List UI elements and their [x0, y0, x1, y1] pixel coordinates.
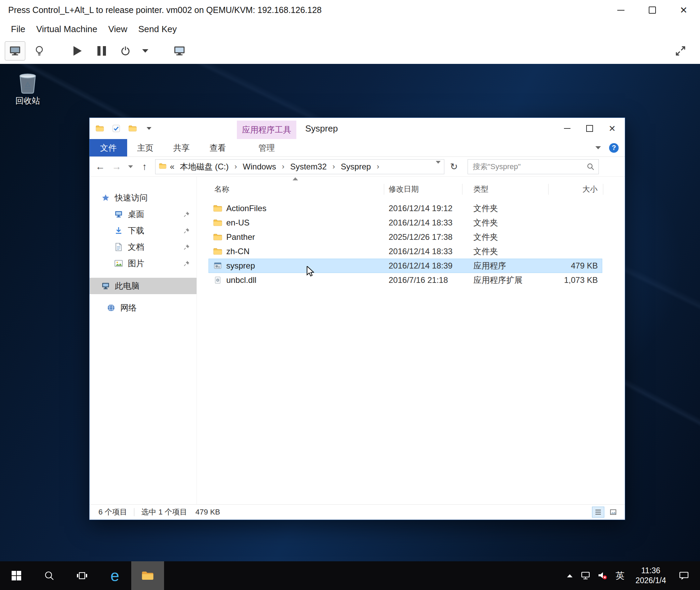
sidebar-item-label: 图片 — [128, 258, 144, 269]
tab-share[interactable]: 共享 — [163, 139, 200, 156]
breadcrumb-separator-icon[interactable]: › — [279, 162, 287, 171]
search-box — [468, 159, 599, 174]
menu-send-key[interactable]: Send Key — [133, 24, 183, 35]
pin-icon — [184, 228, 190, 234]
show-details-button[interactable] — [29, 42, 49, 60]
virtual-display-button[interactable] — [170, 42, 189, 60]
help-button[interactable] — [609, 143, 619, 153]
volume-tray-button[interactable] — [594, 561, 611, 590]
file-date: 2016/12/14 18:39 — [384, 261, 462, 271]
breadcrumb-separator-icon[interactable]: › — [374, 162, 382, 171]
tab-manage[interactable]: 管理 — [237, 139, 296, 156]
table-row-selected[interactable]: sysprep 2016/12/14 18:39 应用程序 479 KB — [197, 259, 625, 273]
run-button[interactable] — [68, 42, 88, 60]
breadcrumb-separator-icon[interactable]: › — [329, 162, 338, 171]
details-view-button[interactable] — [592, 507, 604, 518]
explorer-minimize-button[interactable] — [556, 118, 578, 139]
table-row[interactable]: unbcl.dll 2016/7/16 21:18 应用程序扩展 1,073 K… — [197, 273, 625, 287]
back-button[interactable] — [93, 160, 107, 174]
menu-virtual-machine[interactable]: Virtual Machine — [31, 24, 103, 35]
explorer-maximize-button[interactable] — [578, 118, 601, 139]
up-button[interactable] — [137, 160, 152, 174]
table-row[interactable]: en-US 2016/12/14 18:33 文件夹 — [197, 216, 625, 230]
folder-icon — [213, 247, 222, 256]
start-button[interactable] — [0, 561, 33, 590]
maximize-button[interactable] — [646, 4, 658, 16]
tab-view[interactable]: 查看 — [200, 139, 236, 156]
breadcrumb-overflow[interactable]: « — [167, 162, 177, 171]
tab-home[interactable]: 主页 — [127, 139, 163, 156]
qat-new-folder-button[interactable] — [128, 124, 137, 133]
sidebar-item-downloads[interactable]: 下载 — [90, 222, 197, 239]
breadcrumb-drive[interactable]: 本地磁盘 (C:) — [178, 161, 231, 172]
recycle-bin[interactable]: 回收站 — [9, 71, 46, 106]
folder-icon — [213, 204, 222, 212]
file-date: 2016/12/14 18:33 — [384, 218, 462, 228]
table-row[interactable]: ActionFiles 2016/12/14 19:12 文件夹 — [197, 201, 625, 216]
sidebar-item-documents[interactable]: 文档 — [90, 239, 197, 255]
breadcrumb-separator-icon[interactable]: › — [231, 162, 240, 171]
ie-icon: e — [110, 568, 119, 584]
column-header-size[interactable]: 大小 — [549, 184, 603, 195]
file-explorer-button[interactable] — [131, 561, 164, 590]
file-size: 479 KB — [549, 261, 603, 271]
address-bar[interactable]: « 本地磁盘 (C:) › Windows › System32 › Syspr… — [155, 159, 444, 174]
application-icon — [213, 262, 222, 270]
folder-icon — [142, 571, 154, 581]
search-input[interactable] — [472, 162, 587, 171]
fullscreen-button[interactable] — [671, 42, 690, 60]
pause-button[interactable] — [92, 42, 111, 60]
menu-view[interactable]: View — [103, 24, 133, 35]
shutdown-menu-button[interactable] — [139, 42, 151, 60]
file-name: en-US — [226, 218, 250, 228]
table-row[interactable]: Panther 2025/12/26 17:38 文件夹 — [197, 230, 625, 244]
breadcrumb-system32[interactable]: System32 — [288, 162, 329, 171]
column-header-name[interactable]: 名称 — [197, 184, 384, 195]
tray-expand-button[interactable] — [563, 561, 577, 590]
forward-button[interactable] — [109, 160, 124, 174]
file-type: 文件夹 — [462, 232, 549, 243]
sidebar-item-label: 此电脑 — [115, 280, 139, 291]
refresh-button[interactable] — [446, 160, 461, 174]
close-button[interactable] — [677, 4, 690, 16]
status-divider — [134, 508, 134, 516]
breadcrumb-sysprep[interactable]: Sysprep — [339, 162, 373, 171]
internet-explorer-button[interactable]: e — [98, 561, 131, 590]
column-header-date[interactable]: 修改日期 — [384, 184, 462, 195]
recent-locations-button[interactable] — [126, 160, 135, 174]
action-center-button[interactable] — [673, 561, 695, 590]
ime-indicator[interactable]: 英 — [611, 561, 629, 590]
thumbnail-view-button[interactable] — [607, 507, 619, 518]
qat-customize-button[interactable] — [144, 124, 154, 133]
sidebar-item-network[interactable]: 网络 — [90, 300, 197, 316]
taskbar-clock[interactable]: 11:36 2026/1/4 — [629, 561, 673, 590]
selection-size: 479 KB — [196, 508, 220, 517]
expand-ribbon-icon[interactable] — [595, 146, 601, 149]
task-view-icon — [77, 571, 88, 580]
sidebar-item-quick-access[interactable]: 快速访问 — [90, 190, 197, 206]
host-titlebar[interactable]: Press Control_L+Alt_L to release pointer… — [0, 0, 700, 20]
address-dropdown-button[interactable] — [436, 164, 441, 170]
column-header-type[interactable]: 类型 — [462, 184, 549, 195]
sidebar-item-this-pc[interactable]: 此电脑 — [90, 278, 197, 294]
task-view-button[interactable] — [66, 561, 98, 590]
explorer-close-button[interactable] — [601, 118, 623, 139]
minimize-button[interactable] — [615, 4, 627, 16]
file-type: 应用程序 — [462, 260, 549, 271]
computer-icon — [101, 282, 110, 290]
breadcrumb-windows[interactable]: Windows — [241, 162, 278, 171]
network-tray-button[interactable] — [577, 561, 594, 590]
shutdown-button[interactable] — [116, 42, 135, 60]
table-row[interactable]: zh-CN 2016/12/14 18:33 文件夹 — [197, 244, 625, 259]
menu-file[interactable]: File — [5, 24, 31, 35]
console-display-button[interactable] — [5, 41, 25, 60]
folder-icon — [213, 233, 222, 241]
explorer-titlebar[interactable]: 应用程序工具 Sysprep — [90, 118, 625, 139]
qat-properties-button[interactable] — [111, 124, 121, 133]
taskbar-search-button[interactable] — [33, 561, 66, 590]
file-name: zh-CN — [226, 247, 250, 256]
tab-file[interactable]: 文件 — [90, 139, 127, 156]
sidebar-item-pictures[interactable]: 图片 — [90, 255, 197, 272]
sidebar-item-desktop[interactable]: 桌面 — [90, 206, 197, 222]
vm-desktop[interactable]: 回收站 应用程序工具 Sysprep — [0, 64, 700, 561]
